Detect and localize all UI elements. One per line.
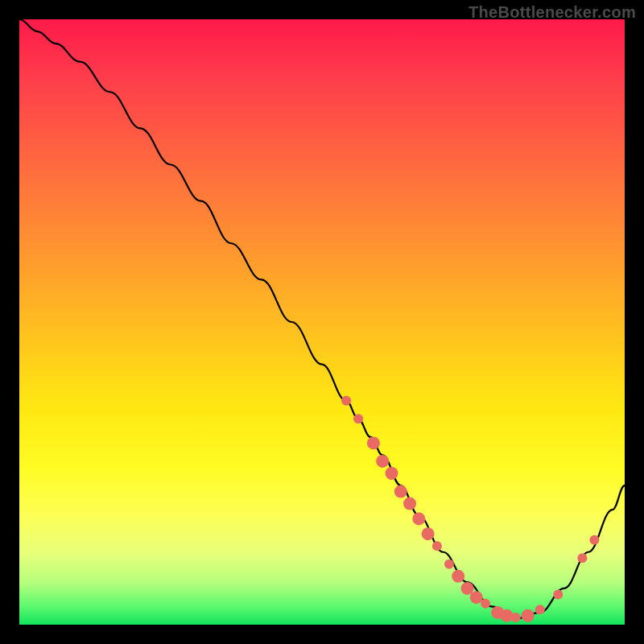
data-marker (511, 613, 521, 622)
bottleneck-curve (19, 19, 625, 618)
data-marker (422, 527, 435, 540)
data-marker (341, 396, 351, 406)
data-marker (522, 609, 535, 622)
data-marker (577, 553, 587, 563)
data-marker (394, 485, 407, 498)
data-marker (589, 535, 599, 545)
data-marker (535, 605, 545, 614)
marker-group (341, 396, 599, 622)
data-marker (452, 570, 464, 583)
data-marker (353, 414, 363, 423)
data-marker (412, 512, 425, 525)
data-marker (460, 582, 473, 595)
data-marker (432, 541, 442, 551)
data-marker (444, 559, 454, 569)
data-marker (385, 467, 398, 480)
data-marker (500, 609, 513, 622)
data-marker (376, 455, 389, 468)
data-marker (403, 497, 416, 510)
chart-svg (19, 19, 625, 625)
data-marker (553, 589, 563, 599)
data-marker (367, 436, 380, 449)
data-marker (481, 599, 490, 609)
